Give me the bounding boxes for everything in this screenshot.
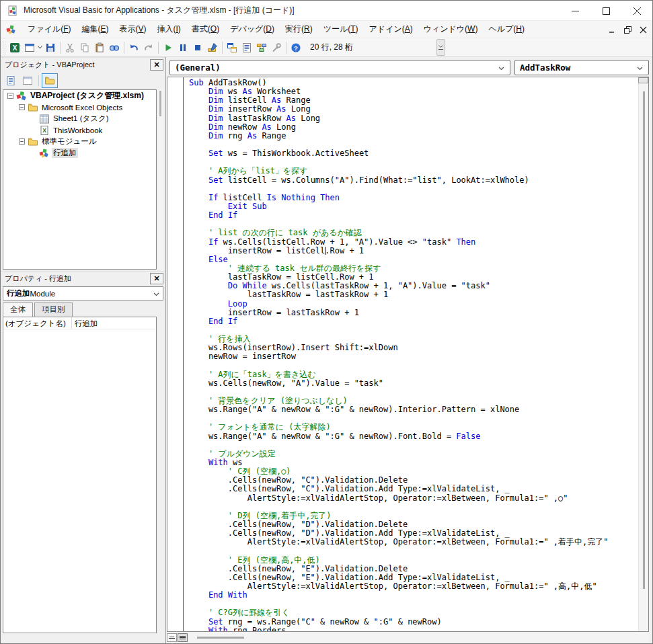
menu-item[interactable]: ヘルプ(H) — [483, 21, 530, 38]
title-bar[interactable]: Microsoft Visual Basic for Applications … — [1, 1, 652, 21]
tree-item-label: Microsoft Excel Objects — [40, 104, 124, 112]
paste-icon[interactable] — [92, 40, 107, 55]
module-window-icon[interactable] — [6, 24, 17, 35]
project-explorer-icon[interactable] — [225, 40, 239, 55]
code-line: AlertStyle:=xlValidAlertStop, Operator:=… — [189, 494, 638, 503]
tree-item-vbaproject-xlsm-[interactable]: −VBAProject (タスク管理.xlsm) — [3, 90, 156, 102]
properties-panel-close-icon[interactable]: ✕ — [150, 273, 163, 284]
redo-icon[interactable] — [141, 40, 156, 55]
child-close-icon[interactable] — [640, 26, 647, 34]
help-icon[interactable]: ? — [289, 40, 303, 55]
view-code-button[interactable] — [3, 73, 20, 88]
code-line: ' C?G列に罫線を引く — [189, 608, 638, 617]
child-restore-icon[interactable] — [624, 26, 631, 34]
project-panel-toolbar — [1, 71, 165, 89]
split-handle[interactable] — [638, 77, 648, 83]
menu-item[interactable]: 編集(E) — [76, 21, 114, 38]
menu-item[interactable]: 実行(R) — [280, 21, 318, 38]
menu-item[interactable]: ファイル(F) — [22, 21, 76, 38]
cut-icon[interactable] — [63, 40, 77, 55]
menu-item[interactable]: ツール(T) — [318, 21, 364, 38]
code-line: ' A列に「task」を書き込む — [189, 370, 638, 379]
toolbar-separator — [60, 42, 61, 54]
toggle-folders-button[interactable] — [42, 73, 58, 88]
window-title: Microsoft Visual Basic for Applications … — [24, 5, 295, 16]
scroll-thumb[interactable] — [643, 91, 645, 589]
procedure-dropdown[interactable]: AddTaskRow — [514, 60, 649, 75]
project-tree: −VBAProject (タスク管理.xlsm)−Microsoft Excel… — [3, 89, 157, 270]
code-line: With rng.Borders — [189, 627, 638, 631]
code-editor[interactable]: Sub AddTaskRow() Dim ws As Worksheet Dim… — [167, 77, 649, 632]
menu-item[interactable]: 表示(V) — [114, 21, 151, 38]
object-browser-icon[interactable] — [254, 40, 269, 55]
toolbar-overflow-button[interactable] — [436, 39, 445, 56]
excel-icon[interactable]: X — [7, 40, 22, 55]
tree-item--[interactable]: −標準モジュール — [3, 136, 156, 147]
tree-expander-icon[interactable]: − — [19, 138, 25, 145]
properties-window-icon[interactable] — [239, 40, 254, 55]
code-line: ' E列 (空欄,高,中,低) — [189, 556, 638, 565]
code-line: End If — [189, 211, 638, 220]
tree-item--[interactable]: 行追加 — [3, 147, 156, 159]
insert-dropdown-arrow-icon[interactable] — [37, 40, 43, 55]
close-button[interactable] — [621, 1, 652, 21]
property-row[interactable]: (オブジェクト名)行追加 — [3, 317, 156, 329]
properties-tab[interactable]: 項目別 — [34, 303, 73, 317]
save-icon[interactable] — [43, 40, 58, 55]
tree-item-thisworkbook[interactable]: XThisWorkbook — [3, 124, 156, 136]
menu-item[interactable]: アドイン(A) — [364, 21, 418, 38]
break-icon[interactable] — [176, 40, 190, 55]
child-minimize-icon[interactable] — [609, 26, 616, 34]
margin-indicator-bar[interactable] — [167, 77, 184, 631]
menu-item[interactable]: ウィンドウ(W) — [418, 21, 484, 38]
tree-item-label: ThisWorkbook — [52, 126, 104, 134]
copy-icon[interactable] — [77, 40, 92, 55]
toolbar-separator — [286, 42, 286, 54]
undo-icon[interactable] — [126, 40, 141, 55]
toolbar-grip[interactable] — [2, 41, 5, 54]
toolbox-icon[interactable] — [269, 40, 284, 55]
code-line — [189, 326, 638, 335]
project-tree-scrollbar[interactable] — [157, 89, 163, 270]
tree-expander-icon[interactable]: − — [19, 104, 25, 110]
tree-item-microsoft-excel-objects[interactable]: −Microsoft Excel Objects — [3, 102, 156, 113]
full-module-view-button[interactable] — [178, 633, 188, 642]
code-line: ' A列から「list」を探す — [189, 167, 638, 175]
code-line: .Cells(newRow, "C").Validation.Add Type:… — [189, 485, 638, 493]
properties-tab[interactable]: 全体 — [3, 303, 33, 317]
view-object-button[interactable] — [20, 73, 36, 88]
selected-object-name: 行追加 — [7, 288, 30, 298]
menu-item[interactable]: 書式(O) — [186, 21, 225, 38]
project-panel-close-icon[interactable]: ✕ — [150, 59, 163, 71]
chevron-down-icon — [498, 63, 504, 73]
vba-editor-window: Microsoft Visual Basic for Applications … — [0, 0, 653, 644]
property-value[interactable]: 行追加 — [72, 317, 156, 329]
insert-userform-icon[interactable] — [22, 40, 37, 55]
find-icon[interactable] — [107, 40, 122, 55]
code-line: AlertStyle:=xlValidAlertStop, Operator:=… — [189, 582, 638, 591]
code-line: Dim insertRow As Long — [189, 105, 638, 114]
object-dropdown[interactable]: (General) — [169, 60, 510, 75]
horizontal-scroll-thumb[interactable] — [197, 637, 244, 639]
code-line: newRow = insertRow — [189, 352, 638, 361]
code-line: AlertStyle:=xlValidAlertStop, Operator:=… — [189, 538, 638, 547]
menu-item[interactable]: 挿入(I) — [152, 21, 186, 38]
code-line: lastTaskRow = lastTaskRow + 1 — [189, 290, 638, 299]
design-mode-icon[interactable] — [205, 40, 220, 55]
procedure-view-button[interactable] — [167, 633, 177, 642]
maximize-button[interactable] — [590, 1, 621, 21]
reset-icon[interactable] — [190, 40, 205, 55]
minimize-button[interactable] — [560, 1, 590, 21]
vertical-scrollbar[interactable] — [638, 83, 648, 631]
tree-item-label: Sheet1 (タスク) — [52, 114, 110, 124]
code-text[interactable]: Sub AddTaskRow() Dim ws As Worksheet Dim… — [184, 77, 638, 631]
tree-item-sheet1-[interactable]: Sheet1 (タスク) — [3, 113, 156, 124]
properties-object-selector[interactable]: 行追加 Module — [3, 286, 163, 300]
menu-item[interactable]: デバッグ(D) — [225, 21, 280, 38]
code-line: Loop — [189, 300, 638, 309]
toolbar-separator — [124, 42, 124, 54]
tree-expander-icon[interactable]: − — [7, 93, 13, 99]
procedure-dropdown-value: AddTaskRow — [520, 63, 570, 73]
project-icon — [16, 91, 27, 102]
run-icon[interactable] — [161, 40, 176, 55]
